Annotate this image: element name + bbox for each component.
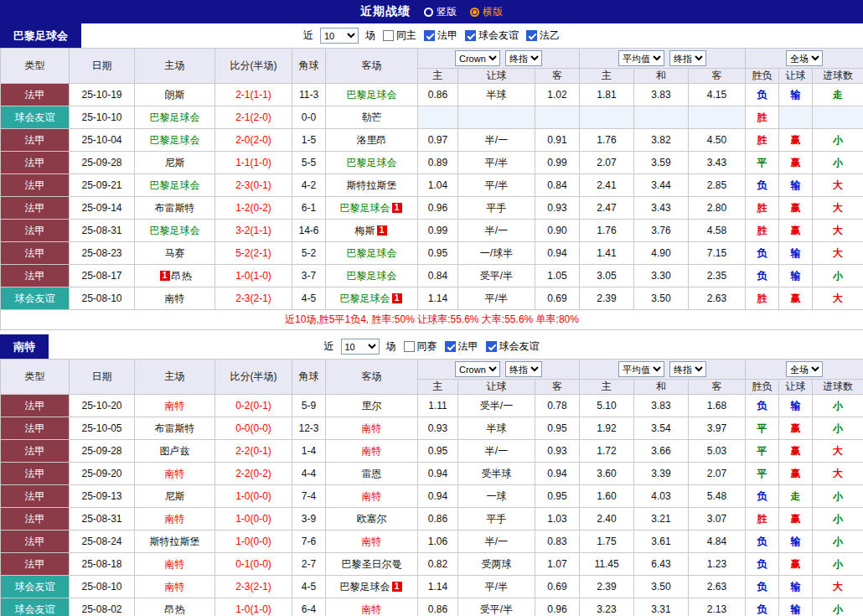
away-team-cell: 巴黎足球会: [326, 152, 418, 174]
scope-select[interactable]: 全场: [786, 50, 823, 66]
checkbox-icon[interactable]: [383, 30, 394, 41]
euro-draw-odds-cell: 3.61: [634, 531, 689, 553]
result-handicap-cell: 赢: [779, 440, 813, 463]
euro-odds-time-select[interactable]: 终指: [669, 361, 706, 377]
asian-home-odds-cell: 1.14: [418, 576, 458, 598]
euro-odds-time-select[interactable]: 终指: [669, 50, 706, 66]
euro-home-odds-cell: 2.41: [580, 174, 634, 197]
filter-checkbox-same-venue[interactable]: 同主: [383, 28, 416, 43]
asian-handicap-cell: 一/球半: [458, 242, 535, 265]
checkbox-icon[interactable]: [424, 30, 435, 41]
score-cell: 0-2(0-1): [215, 395, 292, 417]
asian-odds-time-select[interactable]: 终指: [505, 361, 542, 377]
euro-draw-odds-cell: 3.54: [634, 417, 689, 440]
column-header: 比分(半场): [215, 360, 292, 395]
result-goals-cell: 大: [813, 197, 863, 220]
corner-cell: 4-4: [292, 463, 326, 485]
away-team-cell: 巴黎足球会: [326, 242, 418, 265]
scope-select[interactable]: 全场: [786, 361, 823, 377]
team-name-text: 布雷斯特: [155, 422, 195, 434]
team-name-text: 梅斯: [355, 225, 375, 236]
corner-cell: 1-4: [292, 440, 326, 463]
result-handicap-cell: 输: [779, 531, 813, 553]
league-cell: 法甲: [1, 174, 70, 197]
team-name-text: 昂热: [172, 270, 192, 282]
team-name-text: 南特: [165, 400, 185, 412]
league-cell: 法甲: [1, 84, 70, 106]
euro-draw-odds-cell: 3.76: [634, 220, 689, 242]
filter-checkbox-same-competition[interactable]: 同赛: [404, 339, 437, 354]
result-handicap-cell: 赢: [779, 417, 813, 440]
asian-home-odds-cell: 0.93: [418, 417, 458, 440]
bookmaker-select[interactable]: Crown: [455, 50, 500, 66]
date-cell: 25-10-04: [70, 129, 135, 152]
asian-odds-controls: Crown终指: [418, 360, 580, 380]
sub-column-header: 进球数: [813, 380, 863, 395]
away-team-cell: 巴黎足球会1: [326, 287, 418, 310]
asian-odds-time-select[interactable]: 终指: [505, 50, 542, 66]
euro-home-odds-cell: 2.40: [580, 508, 634, 531]
team-name-text: 南特: [165, 468, 185, 479]
filter-checkbox-ligue1[interactable]: 法甲: [424, 28, 457, 43]
euro-away-odds-cell: 2.07: [689, 463, 746, 485]
score-cell: 1-1(1-0): [215, 152, 292, 174]
filter-prefix-label: 近: [303, 28, 313, 43]
filter-checkbox-club-friendly[interactable]: 球会友谊: [486, 339, 540, 354]
euro-odds-source-select[interactable]: 平均值: [618, 361, 664, 377]
asian-away-odds-cell: 1.05: [535, 265, 580, 287]
bookmaker-select[interactable]: Crown: [455, 361, 500, 377]
asian-handicap-cell: 平/半: [458, 174, 535, 197]
layout-radio-horizontal[interactable]: 横版: [470, 5, 503, 19]
team-name-text: 巴黎足球会: [340, 292, 390, 304]
team-name-text: 巴黎足球会: [347, 247, 397, 259]
team-name-text: 图卢兹: [160, 445, 190, 457]
away-team-cell: 巴黎圣日尔曼: [326, 553, 418, 576]
date-cell: 25-09-14: [70, 197, 135, 220]
layout-radio-vertical[interactable]: 竖版: [424, 5, 457, 19]
euro-away-odds-cell: 2.80: [689, 197, 746, 220]
score-cell: 2-1(1-1): [215, 84, 292, 106]
team-name-text: 尼斯: [165, 157, 185, 168]
date-cell: 25-09-28: [70, 440, 135, 463]
league-cell: 球会友谊: [1, 106, 70, 129]
filter-checkbox-ligue1[interactable]: 法甲: [445, 339, 478, 354]
filter-checkbox-ligue2[interactable]: 法乙: [526, 28, 560, 43]
league-cell: 法甲: [1, 463, 70, 485]
euro-home-odds-cell: 3.05: [580, 265, 634, 287]
checkbox-icon[interactable]: [526, 30, 537, 41]
sub-column-header: 胜负: [746, 380, 779, 395]
away-team-cell: 南特: [326, 440, 418, 463]
recent-count-select[interactable]: 10: [341, 339, 380, 355]
corner-cell: 4-5: [292, 287, 326, 310]
filter-checkbox-club-friendly[interactable]: 球会友谊: [465, 28, 519, 43]
sub-column-header: 主: [580, 380, 634, 395]
checkbox-label: 同赛: [417, 339, 437, 354]
checkbox-label: 法甲: [437, 28, 457, 43]
recent-count-select[interactable]: 10: [320, 28, 359, 44]
corner-cell: 7-6: [292, 531, 326, 553]
team-name-text: 巴黎足球会: [150, 111, 200, 123]
corner-cell: 3-9: [292, 508, 326, 531]
asian-away-odds-cell: 0.78: [535, 395, 580, 417]
score-cell: 2-0(2-0): [215, 129, 292, 152]
red-card-badge: 1: [160, 271, 170, 281]
euro-odds-source-select[interactable]: 平均值: [618, 50, 664, 66]
checkbox-icon[interactable]: [486, 341, 497, 352]
euro-away-odds-cell: 4.58: [689, 220, 746, 242]
score-cell: 2-3(2-1): [215, 576, 292, 598]
checkbox-icon[interactable]: [465, 30, 476, 41]
sub-column-header: 客: [689, 380, 746, 395]
column-header: 主场: [135, 360, 215, 395]
league-cell: 法甲: [1, 197, 70, 220]
euro-odds-controls: 平均值终指: [580, 49, 746, 69]
asian-home-odds-cell: 0.94: [418, 463, 458, 485]
column-header: 日期: [70, 360, 135, 395]
asian-home-odds-cell: 0.86: [418, 508, 458, 531]
date-cell: 25-09-28: [70, 152, 135, 174]
checkbox-icon[interactable]: [404, 341, 415, 352]
euro-away-odds-cell: 5.03: [689, 440, 746, 463]
asian-odds-controls: Crown终指: [418, 49, 580, 69]
checkbox-icon[interactable]: [445, 341, 456, 352]
result-wdl-cell: 平: [746, 417, 779, 440]
date-cell: 25-10-10: [70, 106, 135, 129]
